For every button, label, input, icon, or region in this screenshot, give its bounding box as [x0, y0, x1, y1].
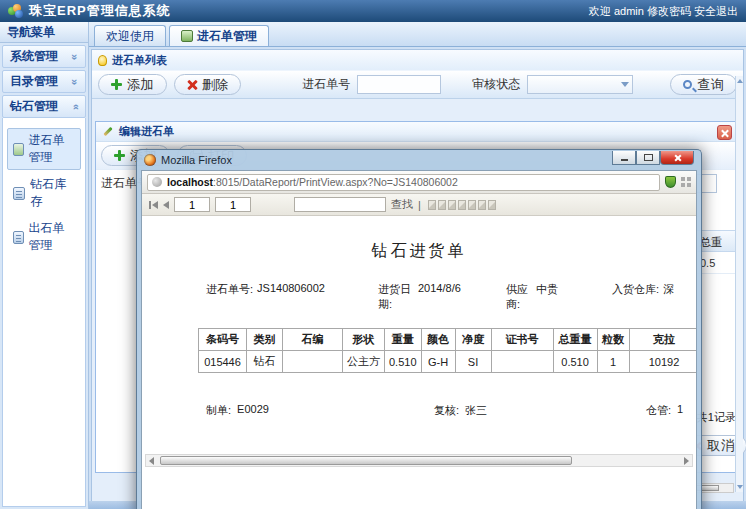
sidebar-item-stone-out-orders[interactable]: 出石单管理 — [7, 216, 81, 258]
scrollbar-thumb[interactable] — [160, 456, 572, 465]
report-viewer-toolbar: 查找 | — [142, 194, 696, 216]
list-toolbar: 添加 删除 进石单号 审核状态 查询 — [92, 70, 743, 99]
lightbulb-icon — [98, 55, 107, 66]
export-format-icons[interactable] — [428, 200, 496, 210]
plus-icon — [114, 150, 125, 161]
report-order-no: 进石单号:JS140806002 — [206, 282, 378, 312]
prev-page-button[interactable] — [163, 201, 169, 209]
report-footer-row: 制单:E0029 复核:张三 仓管:1 — [206, 403, 696, 418]
url-host: localhost — [167, 176, 213, 188]
report-preparer: 制单:E0029 — [206, 403, 434, 418]
panel-close-button[interactable] — [717, 125, 732, 140]
plus-icon — [111, 79, 122, 90]
report-horizontal-scrollbar[interactable] — [145, 454, 693, 467]
sidebar: 导航菜单 系统管理 » 目录管理 » 钻石管理 » 进石单管理 钻石 — [0, 22, 89, 509]
report-table-wrap: 条码号 类别 石编 形状 重量 颜色 净度 证书号 总重量 粒数 克拉 — [198, 328, 696, 373]
pencil-icon — [103, 127, 112, 136]
first-page-button[interactable] — [149, 201, 158, 209]
sidebar-group-catalog[interactable]: 目录管理 » — [2, 70, 86, 93]
dropdown-arrow-icon — [621, 82, 629, 87]
audit-status-select[interactable] — [527, 75, 633, 94]
popup-title-bar[interactable]: Mozilla Firefox — [141, 150, 697, 170]
diamond-stock-icon — [13, 187, 25, 200]
window-controls — [612, 151, 694, 165]
stone-out-order-icon — [13, 231, 24, 244]
report-supplier: 供应商:中贵 — [506, 282, 612, 312]
scroll-right-arrow-icon[interactable] — [684, 457, 689, 465]
popup-window-title: Mozilla Firefox — [161, 154, 232, 166]
delete-x-icon — [187, 80, 197, 90]
app-window: 珠宝ERP管理信息系统 欢迎 admin 修改密码 安全退出 导航菜单 系统管理… — [0, 0, 746, 509]
find-button[interactable]: 查找 — [391, 197, 413, 212]
current-page-input[interactable] — [174, 197, 210, 212]
sidebar-item-stone-in-orders[interactable]: 进石单管理 — [7, 128, 81, 170]
minimize-button[interactable] — [612, 151, 636, 165]
sidebar-group-system[interactable]: 系统管理 » — [2, 45, 86, 68]
report-warehouse-keeper: 仓管:1 — [646, 403, 683, 418]
tab-stone-in-order[interactable]: 进石单管理 — [169, 25, 269, 46]
chevron-down-icon: » — [69, 53, 81, 59]
chevron-down-icon: » — [69, 78, 81, 84]
report-table-data-row: 015446 钻石 公主方 0.510 G-H SI 0.510 1 10192 — [199, 351, 697, 373]
scroll-left-arrow-icon[interactable] — [149, 457, 154, 465]
add-button[interactable]: 添加 — [98, 74, 167, 95]
page-favicon — [152, 177, 162, 187]
firefox-popup-window: Mozilla Firefox localhost:8015/DataRepor… — [136, 149, 702, 509]
report-info-row: 进石单号:JS140806002 进货日期:2014/8/6 供应商:中贵 入货… — [206, 282, 696, 312]
stone-in-order-icon — [13, 143, 24, 156]
url-bar: localhost:8015/DataReport/PrintView.aspx… — [142, 171, 696, 194]
sidebar-group-diamond-body: 进石单管理 钻石库存 出石单管理 — [2, 118, 86, 507]
app-title: 珠宝ERP管理信息系统 — [29, 2, 171, 20]
report-search-input[interactable] — [294, 197, 386, 212]
scroll-up-arrow-icon[interactable] — [737, 79, 743, 83]
total-pages-box[interactable] — [215, 197, 251, 212]
scroll-down-arrow-icon[interactable] — [737, 485, 743, 489]
delete-button[interactable]: 删除 — [174, 74, 242, 95]
tab-bar: 欢迎使用 进石单管理 — [89, 22, 746, 47]
search-button[interactable]: 查询 — [670, 74, 737, 95]
security-shield-icon[interactable] — [665, 176, 676, 188]
sidebar-item-diamond-stock[interactable]: 钻石库存 — [7, 172, 81, 214]
sidebar-title: 导航菜单 — [0, 22, 88, 43]
close-window-button[interactable] — [660, 151, 694, 165]
edit-panel-header: 编辑进石单 — [96, 122, 739, 142]
report-reviewer: 复核:张三 — [434, 403, 646, 418]
report-title: 钻石进货单 — [142, 241, 696, 262]
user-session-links[interactable]: 欢迎 admin 修改密码 安全退出 — [589, 4, 738, 19]
main-vertical-scrollbar[interactable] — [735, 76, 743, 492]
order-no-label: 进石单号 — [302, 76, 350, 93]
maximize-button[interactable] — [636, 151, 660, 165]
order-no-filter-input[interactable] — [357, 75, 441, 94]
report-page: 钻石进货单 进石单号:JS140806002 进货日期:2014/8/6 供应商… — [142, 216, 696, 509]
audit-status-label: 审核状态 — [472, 76, 520, 93]
report-warehouse: 入货仓库:深 — [612, 282, 674, 312]
toolbar-separator: | — [418, 199, 421, 211]
url-path: :8015/DataReport/PrintView.aspx?No=JS140… — [213, 176, 458, 188]
sidebar-group-diamond[interactable]: 钻石管理 » — [2, 95, 86, 118]
firefox-icon — [144, 154, 156, 166]
tab-welcome[interactable]: 欢迎使用 — [94, 25, 166, 46]
page-tools-icon[interactable] — [681, 177, 691, 187]
tab-grid-icon — [181, 30, 193, 42]
app-logo-icon — [8, 4, 24, 18]
report-table-header-row: 条码号 类别 石编 形状 重量 颜色 净度 证书号 总重量 粒数 克拉 — [199, 329, 697, 351]
search-icon — [683, 80, 692, 89]
report-date: 进货日期:2014/8/6 — [378, 282, 506, 312]
report-table: 条码号 类别 石编 形状 重量 颜色 净度 证书号 总重量 粒数 克拉 — [198, 328, 696, 373]
top-header-bar: 珠宝ERP管理信息系统 欢迎 admin 修改密码 安全退出 — [0, 0, 746, 22]
address-field[interactable]: localhost:8015/DataReport/PrintView.aspx… — [147, 174, 660, 191]
popup-chrome: localhost:8015/DataReport/PrintView.aspx… — [141, 170, 697, 509]
list-panel-header: 进石单列表 — [92, 50, 743, 70]
chevron-up-icon: » — [69, 103, 81, 109]
